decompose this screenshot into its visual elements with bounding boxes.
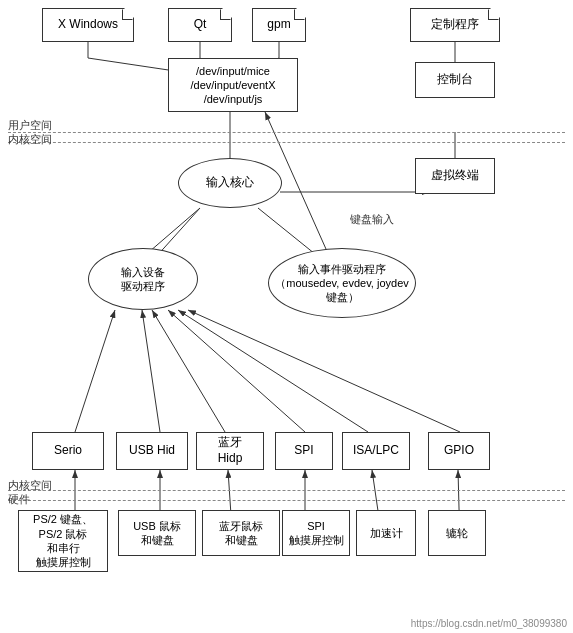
input-event-driver-label: 输入事件驱动程序 （mousedev, evdev, joydev 键盘） bbox=[275, 262, 409, 305]
ps2-keyboard-label: PS/2 键盘、 PS/2 鼠标 和串行 触摸屏控制 bbox=[33, 512, 93, 569]
usb-mouse-keyboard-box: USB 鼠标 和键盘 bbox=[118, 510, 196, 556]
spi-label: SPI bbox=[294, 443, 313, 459]
input-core-label: 输入核心 bbox=[206, 175, 254, 191]
svg-line-20 bbox=[178, 310, 368, 432]
usb-mouse-keyboard-label: USB 鼠标 和键盘 bbox=[133, 519, 181, 548]
svg-line-17 bbox=[142, 310, 160, 432]
bluetooth-hidp-label: 蓝牙 Hidp bbox=[218, 435, 243, 466]
custom-prog-label: 定制程序 bbox=[431, 17, 479, 33]
bluetooth-hidp-box: 蓝牙 Hidp bbox=[196, 432, 264, 470]
kernel-space-label2: 内核空间 bbox=[8, 478, 52, 493]
svg-line-18 bbox=[152, 310, 225, 432]
spi-touch-box: SPI 触摸屏控制 bbox=[282, 510, 350, 556]
xwindows-box: X Windows bbox=[42, 8, 134, 42]
spi-box: SPI bbox=[275, 432, 333, 470]
svg-line-21 bbox=[188, 310, 460, 432]
qt-label: Qt bbox=[194, 17, 207, 33]
svg-line-16 bbox=[75, 310, 115, 432]
gpm-box: gpm bbox=[252, 8, 306, 42]
isa-lpc-label: ISA/LPC bbox=[353, 443, 399, 459]
svg-line-19 bbox=[168, 310, 305, 432]
kernel-space-label1: 内核空间 bbox=[8, 132, 52, 147]
accelerometer-label: 加速计 bbox=[370, 526, 403, 540]
bluetooth-mouse-keyboard-box: 蓝牙鼠标 和键盘 bbox=[202, 510, 280, 556]
input-dev-driver-ellipse: 输入设备 驱动程序 bbox=[88, 248, 198, 310]
virtual-terminal-box: 虚拟终端 bbox=[415, 158, 495, 194]
usb-hid-label: USB Hid bbox=[129, 443, 175, 459]
xwindows-label: X Windows bbox=[58, 17, 118, 33]
accelerometer-box: 加速计 bbox=[356, 510, 416, 556]
keyboard-input-label: 键盘输入 bbox=[350, 212, 394, 227]
virtual-terminal-label: 虚拟终端 bbox=[431, 168, 479, 184]
dev-input-box: /dev/input/mice /dev/input/eventX /dev/i… bbox=[168, 58, 298, 112]
input-event-driver-ellipse: 输入事件驱动程序 （mousedev, evdev, joydev 键盘） bbox=[268, 248, 416, 318]
spi-touch-label: SPI 触摸屏控制 bbox=[289, 519, 344, 548]
control-console-label: 控制台 bbox=[437, 72, 473, 88]
ps2-keyboard-box: PS/2 键盘、 PS/2 鼠标 和串行 触摸屏控制 bbox=[18, 510, 108, 572]
url-label: https://blog.csdn.net/m0_38099380 bbox=[411, 618, 567, 629]
gpm-label: gpm bbox=[267, 17, 290, 33]
bluetooth-mouse-keyboard-label: 蓝牙鼠标 和键盘 bbox=[219, 519, 263, 548]
gpio-label: GPIO bbox=[444, 443, 474, 459]
isa-lpc-box: ISA/LPC bbox=[342, 432, 410, 470]
hardware-label: 硬件 bbox=[8, 492, 30, 507]
control-console-box: 控制台 bbox=[415, 62, 495, 98]
usb-hid-box: USB Hid bbox=[116, 432, 188, 470]
input-dev-driver-label: 输入设备 驱动程序 bbox=[121, 265, 165, 294]
scroll-wheel-label: 辘轮 bbox=[446, 526, 468, 540]
gpio-box: GPIO bbox=[428, 432, 490, 470]
input-core-ellipse: 输入核心 bbox=[178, 158, 282, 208]
scroll-wheel-box: 辘轮 bbox=[428, 510, 486, 556]
user-space-label: 用户空间 bbox=[8, 118, 52, 133]
custom-prog-box: 定制程序 bbox=[410, 8, 500, 42]
dev-input-label: /dev/input/mice /dev/input/eventX /dev/i… bbox=[190, 64, 275, 107]
serio-box: Serio bbox=[32, 432, 104, 470]
qt-box: Qt bbox=[168, 8, 232, 42]
serio-label: Serio bbox=[54, 443, 82, 459]
